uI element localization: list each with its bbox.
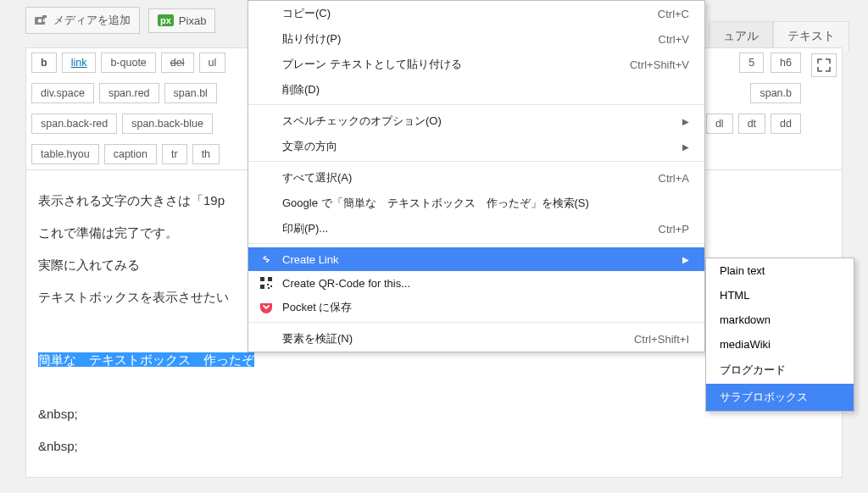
svg-rect-8 xyxy=(267,284,269,285)
qt-dl[interactable]: dl xyxy=(706,114,733,134)
qt-b[interactable]: b xyxy=(31,53,57,73)
fullscreen-button[interactable] xyxy=(811,53,837,77)
submenu-item[interactable]: markdown xyxy=(706,307,854,332)
create-link-submenu: Plain textHTMLmarkdownmediaWikiブログカードサラブ… xyxy=(705,258,854,412)
context-menu-item[interactable]: Pocket に保存 xyxy=(248,295,704,323)
context-menu-item[interactable]: 要素を検証(N)Ctrl+Shift+I xyxy=(248,326,704,352)
camera-icon xyxy=(35,14,48,26)
link-icon xyxy=(259,252,274,267)
menu-item-label: スペルチェックのオプション(O) xyxy=(282,114,442,129)
qt-dd[interactable]: dd xyxy=(771,114,801,134)
menu-item-label: 印刷(P)... xyxy=(282,221,328,236)
qt-tr[interactable]: tr xyxy=(162,144,187,164)
svg-point-1 xyxy=(38,19,42,23)
qt-dt[interactable]: dt xyxy=(738,114,765,134)
menu-item-label: プレーン テキストとして貼り付ける xyxy=(282,57,462,72)
add-media-label: メディアを追加 xyxy=(53,13,131,28)
qt-div-space[interactable]: div.space xyxy=(31,83,94,103)
svg-rect-7 xyxy=(260,285,264,289)
pixabay-icon: px xyxy=(158,14,174,26)
menu-item-label: 削除(D) xyxy=(282,82,320,97)
svg-rect-6 xyxy=(268,277,272,281)
svg-rect-10 xyxy=(268,287,270,289)
qt-link[interactable]: link xyxy=(62,53,97,73)
context-menu-item[interactable]: コピー(C)Ctrl+C xyxy=(248,1,704,26)
submenu-arrow-icon: ▶ xyxy=(682,142,689,152)
qt-ul[interactable]: ul xyxy=(199,53,226,73)
qt-bquote[interactable]: b-quote xyxy=(101,53,155,73)
pixabay-label: Pixab xyxy=(179,14,207,27)
pocket-icon xyxy=(259,300,274,315)
menu-item-label: 文章の方向 xyxy=(282,139,337,154)
menu-item-label: コピー(C) xyxy=(282,6,331,21)
svg-rect-9 xyxy=(270,285,272,287)
context-menu-item[interactable]: スペルチェックのオプション(O)▶ xyxy=(248,108,704,134)
context-menu-item[interactable]: Google で「簡単な テキストボックス 作ったぞ」を検索(S) xyxy=(248,191,704,216)
context-menu-item[interactable]: 削除(D) xyxy=(248,77,704,105)
context-menu-item[interactable]: Create Link▶ xyxy=(248,247,704,271)
menu-item-label: 要素を検証(N) xyxy=(282,331,353,346)
submenu-item[interactable]: サラブロボックス xyxy=(706,384,854,411)
qt-th[interactable]: th xyxy=(192,144,220,164)
context-menu-item[interactable]: 貼り付け(P)Ctrl+V xyxy=(248,26,704,52)
qt-span-b[interactable]: span.b xyxy=(750,83,801,103)
menu-shortcut: Ctrl+P xyxy=(659,223,689,235)
menu-item-label: Create QR-Code for this... xyxy=(282,277,410,290)
menu-shortcut: Ctrl+A xyxy=(659,172,689,185)
menu-item-label: Create Link xyxy=(282,253,338,266)
qt-h5[interactable]: 5 xyxy=(739,53,764,73)
submenu-item[interactable]: ブログカード xyxy=(706,357,854,384)
svg-rect-2 xyxy=(42,15,47,18)
qt-span-bl[interactable]: span.bl xyxy=(164,83,217,103)
menu-shortcut: Ctrl+Shift+I xyxy=(634,333,689,346)
qt-table-hyou[interactable]: table.hyou xyxy=(31,144,99,164)
menu-shortcut: Ctrl+Shift+V xyxy=(630,58,689,71)
context-menu-item[interactable]: Create QR-Code for this... xyxy=(248,271,704,295)
submenu-arrow-icon: ▶ xyxy=(682,255,689,264)
qt-h6[interactable]: h6 xyxy=(771,53,801,73)
qr-icon xyxy=(259,275,274,291)
menu-item-label: すべて選択(A) xyxy=(282,170,352,186)
selected-text: 簡単な テキストボックス 作ったぞ xyxy=(38,352,254,367)
context-menu-item[interactable]: すべて選択(A)Ctrl+A xyxy=(248,165,704,191)
submenu-item[interactable]: mediaWiki xyxy=(706,332,854,357)
qt-back-red[interactable]: span.back-red xyxy=(31,114,117,134)
menu-item-label: Google で「簡単な テキストボックス 作ったぞ」を検索(S) xyxy=(282,196,589,211)
menu-item-label: 貼り付け(P) xyxy=(282,31,341,47)
context-menu-item[interactable]: 文章の方向▶ xyxy=(248,134,704,162)
pixabay-button[interactable]: px Pixab xyxy=(148,8,215,33)
context-menu-item[interactable]: プレーン テキストとして貼り付けるCtrl+Shift+V xyxy=(248,52,704,77)
svg-rect-5 xyxy=(260,277,264,281)
menu-shortcut: Ctrl+V xyxy=(659,33,689,46)
qt-back-blue[interactable]: span.back-blue xyxy=(122,114,213,134)
qt-del[interactable]: del xyxy=(161,53,194,73)
context-menu: コピー(C)Ctrl+C貼り付け(P)Ctrl+Vプレーン テキストとして貼り付… xyxy=(248,0,705,352)
submenu-item[interactable]: Plain text xyxy=(706,258,854,283)
submenu-arrow-icon: ▶ xyxy=(682,117,689,126)
qt-span-red[interactable]: span.red xyxy=(99,83,159,103)
menu-shortcut: Ctrl+C xyxy=(658,8,689,20)
context-menu-item[interactable]: 印刷(P)...Ctrl+P xyxy=(248,216,704,244)
add-media-button[interactable]: メディアを追加 xyxy=(25,7,140,34)
submenu-item[interactable]: HTML xyxy=(706,283,854,307)
qt-caption[interactable]: caption xyxy=(104,144,157,164)
menu-item-label: Pocket に保存 xyxy=(282,300,352,315)
editor-nbsp: &nbsp; xyxy=(38,436,830,457)
